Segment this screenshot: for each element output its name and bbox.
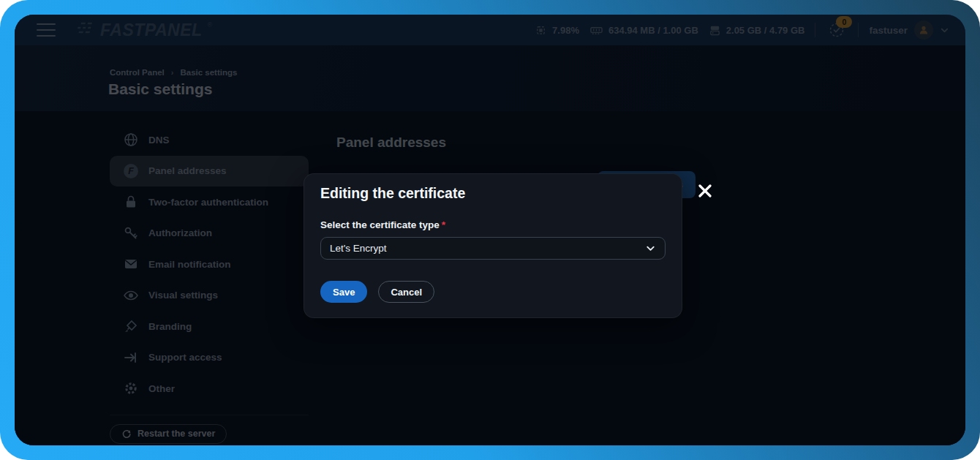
- save-button[interactable]: Save: [320, 281, 367, 303]
- cancel-button[interactable]: Cancel: [378, 281, 434, 303]
- chevron-down-icon: [645, 243, 656, 254]
- modal-buttons: Save Cancel: [320, 281, 434, 303]
- edit-certificate-modal: Editing the certificate Select the certi…: [304, 173, 682, 318]
- certificate-type-select[interactable]: Let's Encrypt: [320, 237, 666, 260]
- field-label-text: Select the certificate type: [320, 219, 440, 230]
- certificate-type-label: Select the certificate type*: [320, 219, 445, 230]
- selected-certificate-type: Let's Encrypt: [330, 243, 387, 254]
- modal-close-button[interactable]: [694, 180, 716, 202]
- screenshot-root: FASTPANEL ® 7.98%: [0, 0, 980, 460]
- close-icon: [696, 182, 714, 200]
- required-asterisk: *: [442, 219, 445, 230]
- modal-title: Editing the certificate: [320, 185, 465, 202]
